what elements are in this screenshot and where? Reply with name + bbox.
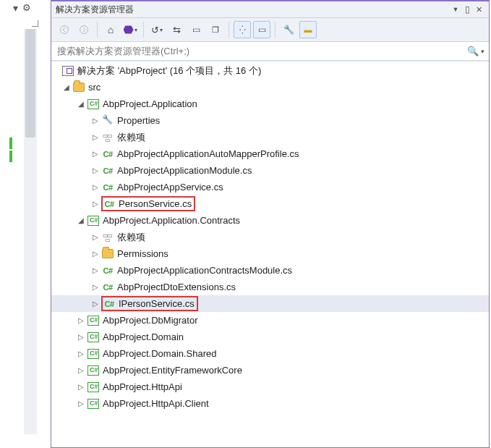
expand-icon[interactable]: ▷ [76, 365, 86, 376]
tree-label: AbpProjectApplicationModule.cs [117, 165, 252, 176]
folder-permissions[interactable]: ▷ Permissions [51, 245, 489, 262]
expand-icon[interactable]: ▷ [90, 232, 101, 242]
expand-icon[interactable]: ▷ [76, 349, 86, 359]
project-contracts[interactable]: ◢ AbpProject.Application.Contracts [51, 212, 489, 229]
show-all-icon: ⁛ [239, 25, 246, 35]
expand-icon[interactable]: ◢ [76, 216, 86, 226]
node-dependencies[interactable]: ▷ 依赖项 [51, 229, 489, 245]
file-ipersonservice[interactable]: ▷ C# IPersonService.cs [51, 295, 489, 312]
switch-views-button[interactable]: ▾ [121, 21, 139, 38]
expand-icon[interactable]: ▷ [90, 299, 101, 309]
properties-icon [103, 116, 114, 126]
project-application[interactable]: ◢ AbpProject.Application [51, 96, 489, 112]
solution-node[interactable]: 解决方案 'AbpProject' (16 个项目，共 16 个) [51, 62, 489, 79]
solution-explorer-panel: 解决方案资源管理器 ▼ ▯ ✕ ⌂ ▾ ↺▾ ⇆ ▭ ❐ ⁛ ▭ 🔧 ▬ 🔍 ▾ [51, 0, 490, 448]
project-efcore[interactable]: ▷ AbpProject.EntityFrameworkCore [51, 362, 489, 379]
svg-point-1 [80, 26, 88, 34]
tree-label: AbpProjectDtoExtensions.cs [117, 282, 236, 292]
toolbar: ⌂ ▾ ↺▾ ⇆ ▭ ❐ ⁛ ▭ 🔧 ▬ [51, 17, 489, 42]
file-appservice[interactable]: ▷ C# AbpProjectAppService.cs [51, 179, 489, 195]
tree-label: AbpProject.Application [103, 98, 197, 109]
search-dropdown-icon[interactable]: ▾ [481, 48, 484, 55]
node-properties[interactable]: ▷ Properties [51, 112, 489, 129]
properties-button[interactable]: 🔧 [280, 21, 297, 38]
csproj-icon [87, 332, 99, 342]
expand-icon[interactable]: ▷ [76, 382, 86, 392]
tree-label: AbpProject.HttpApi [103, 381, 182, 392]
solution-tree[interactable]: 解决方案 'AbpProject' (16 个项目，共 16 个) ◢ src … [51, 62, 489, 447]
cs-file-icon: C# [103, 266, 112, 275]
expand-icon[interactable]: ▷ [90, 166, 101, 176]
split-handle-icon[interactable] [32, 20, 38, 27]
tree-label: AbpProject.EntityFrameworkCore [103, 365, 242, 376]
dependencies-icon [103, 132, 114, 143]
folder-src[interactable]: ◢ src [51, 79, 489, 96]
pin-icon[interactable]: ▯ [461, 4, 473, 14]
tree-label: Permissions [117, 248, 168, 259]
expand-icon[interactable]: ▷ [90, 182, 101, 193]
project-domainshared[interactable]: ▷ AbpProject.Domain.Shared [51, 345, 489, 362]
file-automapper[interactable]: ▷ C# AbpProjectApplicationAutoMapperProf… [51, 145, 489, 162]
expand-icon[interactable]: ◢ [76, 99, 86, 109]
show-all-files-button[interactable]: ⁛ [234, 21, 251, 38]
project-httpapiclient[interactable]: ▷ AbpProject.HttpApi.Client [51, 395, 489, 412]
sync-button[interactable]: ⇆ [168, 21, 185, 38]
solution-icon [62, 66, 74, 76]
expand-icon[interactable]: ▷ [76, 316, 86, 326]
node-dependencies[interactable]: ▷ 依赖项 [51, 129, 489, 145]
expand-icon[interactable]: ◢ [61, 83, 72, 93]
project-dbmigrator[interactable]: ▷ AbpProject.DbMigrator [51, 312, 489, 329]
highlight-box: C# PersonService.cs [101, 196, 195, 211]
highlight-button[interactable]: ▬ [299, 21, 317, 38]
cs-file-icon: C# [103, 166, 112, 175]
tree-label: 依赖项 [117, 131, 145, 144]
project-domain[interactable]: ▷ AbpProject.Domain [51, 329, 489, 345]
tree-label: IPersonService.cs [119, 298, 195, 309]
panel-title-bar: 解决方案资源管理器 ▼ ▯ ✕ [51, 1, 489, 17]
expand-icon[interactable]: ▷ [90, 282, 101, 292]
tree-label: AbpProjectApplicationAutoMapperProfile.c… [117, 148, 299, 159]
project-httpapi[interactable]: ▷ AbpProject.HttpApi [51, 379, 489, 395]
file-contractsmodule[interactable]: ▷ C# AbpProjectApplicationContractsModul… [51, 262, 489, 279]
tree-label: AbpProject.Application.Contracts [103, 215, 240, 226]
chevron-down-icon[interactable]: ▾ [13, 2, 18, 14]
home-button[interactable]: ⌂ [102, 21, 119, 38]
tree-label: src [88, 82, 101, 93]
folder-icon [102, 249, 114, 258]
tree-label: PersonService.cs [119, 198, 192, 209]
cs-file-icon: C# [103, 283, 112, 292]
file-dtoext[interactable]: ▷ C# AbpProjectDtoExtensions.cs [51, 279, 489, 295]
expand-icon[interactable]: ▷ [90, 116, 101, 126]
file-appmodule[interactable]: ▷ C# AbpProjectApplicationModule.cs [51, 162, 489, 179]
expand-icon[interactable]: ▷ [76, 332, 86, 342]
cs-file-icon: C# [104, 300, 114, 308]
csproj-icon [87, 382, 99, 392]
expand-icon[interactable]: ▷ [90, 266, 101, 276]
search-icon[interactable]: 🔍 [465, 46, 481, 56]
gear-icon[interactable]: ⚙ [22, 2, 31, 14]
expand-icon[interactable]: ▷ [76, 399, 86, 409]
csproj-icon [87, 316, 99, 326]
csproj-icon [87, 349, 99, 359]
expand-icon[interactable]: ▷ [90, 199, 101, 209]
refresh-button[interactable]: ▭ [187, 21, 205, 38]
history-button[interactable]: ↺▾ [148, 21, 166, 38]
expand-icon[interactable]: ▷ [90, 249, 101, 259]
expand-icon[interactable]: ▷ [90, 149, 101, 159]
expand-icon[interactable]: ▷ [90, 132, 101, 143]
refresh-icon: ▭ [192, 25, 200, 35]
preview-button[interactable]: ▭ [253, 21, 270, 38]
close-icon[interactable]: ✕ [473, 5, 484, 14]
highlight-box: C# IPersonService.cs [101, 296, 198, 311]
tree-label: Properties [117, 115, 160, 126]
history-icon: ↺ [151, 25, 159, 35]
editor-scrollbar[interactable] [24, 29, 37, 434]
collapse-all-button[interactable]: ❐ [207, 21, 224, 38]
window-position-icon[interactable]: ▼ [450, 6, 461, 13]
scrollbar-thumb[interactable] [25, 29, 35, 138]
tree-label: AbpProjectApplicationContractsModule.cs [117, 265, 292, 276]
change-marks [9, 29, 12, 434]
csproj-icon [87, 99, 99, 109]
file-personservice[interactable]: ▷ C# PersonService.cs [51, 195, 489, 212]
search-input[interactable] [56, 45, 465, 57]
